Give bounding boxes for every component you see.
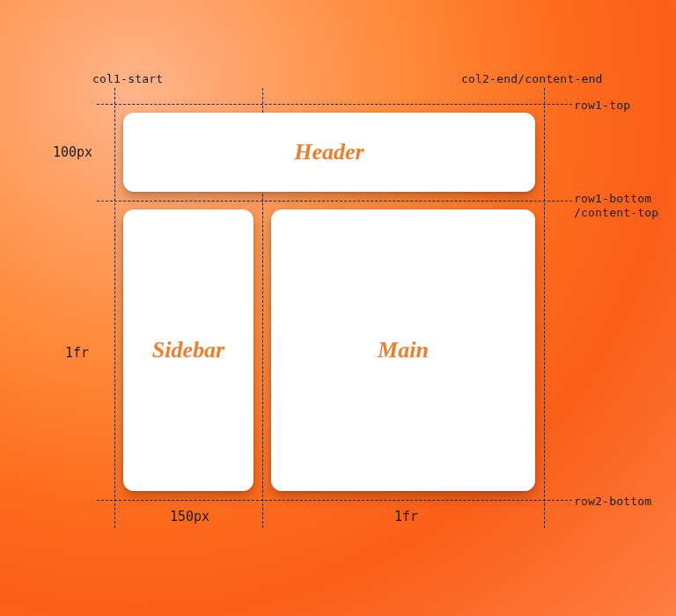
size-row2: 1fr (65, 345, 89, 361)
label-col1-start: col1-start (92, 72, 163, 85)
card-main: Main (271, 209, 535, 491)
label-row2-bottom: row2-bottom (574, 495, 651, 508)
label-content-top: /content-top (574, 206, 658, 219)
size-col2: 1fr (394, 509, 418, 524)
gridline-row1-top (97, 104, 572, 105)
gridline-col1-start (114, 88, 115, 528)
card-sidebar: Sidebar (123, 209, 254, 491)
card-header: Header (123, 113, 535, 192)
card-main-label: Main (378, 337, 429, 363)
gridline-row1-bottom (97, 201, 572, 202)
card-sidebar-label: Sidebar (152, 337, 224, 363)
card-header-label: Header (294, 139, 364, 165)
size-row1: 100px (53, 144, 92, 160)
size-col1: 150px (170, 509, 209, 524)
label-col2-end: col2-end/content-end (461, 72, 603, 85)
grid-diagram: col1-start col2-end/content-end row1-top… (0, 0, 676, 616)
label-row1-top: row1-top (574, 99, 630, 112)
gridline-col2-end (544, 88, 545, 528)
gridline-row2-bottom (97, 500, 572, 501)
label-row1-bottom: row1-bottom (574, 192, 651, 205)
